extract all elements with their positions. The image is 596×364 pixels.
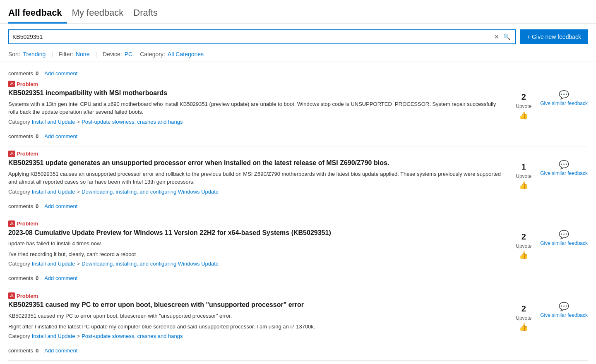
comments-label-3: comments	[8, 275, 33, 281]
subcat-link-2[interactable]: Downloading, installing, and configuring…	[82, 189, 219, 195]
cat-link-3[interactable]: Install and Update	[32, 261, 75, 267]
feedback-body-4b: Right after I installed the latest PC up…	[8, 323, 507, 331]
cat-arrow-2: >	[77, 189, 80, 195]
cat-link-4[interactable]: Install and Update	[32, 333, 75, 339]
problem-icon-1: ⚠	[8, 81, 15, 87]
feedback-category-3: Category Install and Update > Downloadin…	[8, 261, 507, 267]
add-comment-2[interactable]: Add comment	[44, 203, 77, 209]
comments-count-3: 0	[36, 275, 38, 281]
feedback-body-1: Systems with a 13th gen Intel CPU and a …	[8, 100, 507, 116]
sort-label: Sort:	[8, 51, 21, 57]
feedback-item-1: ⚠ Problem KB5029351 incompatibility with…	[8, 80, 588, 146]
give-similar-text-3: Give similar feedback	[540, 240, 588, 247]
content-area: comments 0 Add comment ⚠ Problem KB50293…	[0, 65, 596, 361]
upvote-count-1: 2	[522, 92, 526, 102]
feedback-title-4: KB5029351 caused my PC to error upon boo…	[8, 301, 507, 309]
feedback-actions-1: 2 Upvote 👍	[507, 80, 540, 120]
top-comments-count: 0	[36, 70, 38, 77]
filter-label: Filter:	[59, 51, 73, 57]
problem-badge-4: ⚠ Problem	[8, 292, 38, 299]
search-input[interactable]	[12, 34, 492, 40]
subcat-link-3[interactable]: Downloading, installing, and configuring…	[82, 261, 219, 267]
give-similar-btn-1[interactable]: 💬 Give similar feedback	[540, 80, 588, 107]
search-icon[interactable]: 🔍	[502, 34, 512, 40]
upvote-count-2: 1	[522, 162, 526, 172]
feedback-category-4: Category Install and Update > Post-updat…	[8, 333, 507, 339]
give-similar-icon-1: 💬	[559, 90, 569, 100]
cat-arrow-3: >	[77, 261, 80, 267]
problem-label-4: Problem	[17, 293, 38, 299]
feedback-item-2: ⚠ Problem KB5029351 update generates an …	[8, 146, 588, 216]
comments-label-4: comments	[8, 347, 33, 354]
filter-value[interactable]: None	[76, 51, 89, 57]
comments-row-4: comments 0 Add comment	[8, 342, 507, 357]
upvote-label-4: Upvote	[516, 315, 531, 321]
upvote-btn-1[interactable]: 👍	[519, 111, 528, 120]
feedback-row-4: ⚠ Problem KB5029351 caused my PC to erro…	[8, 292, 588, 357]
category-value[interactable]: All Categories	[168, 51, 204, 57]
filter-row: Sort: Trending | Filter: None | Device: …	[0, 48, 596, 62]
tab-my-feedback[interactable]: My feedback	[67, 7, 129, 24]
feedback-main-3: ⚠ Problem 2023-08 Cumulative Update Prev…	[8, 220, 507, 285]
device-value[interactable]: PC	[125, 51, 132, 57]
give-similar-icon-2: 💬	[559, 160, 569, 170]
add-comment-1[interactable]: Add comment	[44, 133, 77, 139]
problem-badge-1: ⚠ Problem	[8, 81, 38, 87]
give-similar-btn-4[interactable]: 💬 Give similar feedback	[540, 292, 588, 319]
upvote-btn-2[interactable]: 👍	[519, 181, 528, 190]
feedback-row-2: ⚠ Problem KB5029351 update generates an …	[8, 150, 588, 213]
tab-all-feedback[interactable]: All feedback	[8, 7, 67, 24]
give-similar-text-4: Give similar feedback	[540, 312, 588, 319]
feedback-row-1: ⚠ Problem KB5029351 incompatibility with…	[8, 80, 588, 143]
comments-row-3: comments 0 Add comment	[8, 270, 507, 285]
give-new-feedback-button[interactable]: + Give new feedback	[520, 29, 588, 44]
comments-count-4: 0	[36, 347, 38, 354]
clear-icon[interactable]: ✕	[492, 34, 502, 40]
comments-label-2: comments	[8, 203, 33, 209]
subcat-link-1[interactable]: Post-update slowness, crashes and hangs	[82, 119, 183, 125]
filter-sep-1: |	[51, 51, 53, 57]
problem-icon-4: ⚠	[8, 292, 15, 299]
upvote-label-3: Upvote	[516, 243, 531, 249]
comments-row-2: comments 0 Add comment	[8, 198, 507, 213]
feedback-title-1: KB5029351 incompatibility with MSI mothe…	[8, 89, 507, 98]
feedback-body-3b: I've tried recording it but, clearly, ca…	[8, 250, 507, 259]
top-add-comment[interactable]: Add comment	[44, 70, 77, 77]
cat-link-2[interactable]: Install and Update	[32, 189, 75, 195]
device-label: Device:	[103, 51, 122, 57]
feedback-item-3: ⚠ Problem 2023-08 Cumulative Update Prev…	[8, 216, 588, 289]
problem-badge-2: ⚠ Problem	[8, 151, 38, 157]
page-wrapper: All feedback My feedback Drafts ✕ 🔍 + Gi…	[0, 0, 596, 364]
add-comment-3[interactable]: Add comment	[44, 275, 77, 281]
sort-value[interactable]: Trending	[23, 51, 46, 57]
feedback-body-3a: update has failed to install 4 times now…	[8, 239, 507, 248]
problem-label-3: Problem	[17, 220, 38, 227]
feedback-category-1: Category Install and Update > Post-updat…	[8, 119, 507, 125]
top-comments-label: comments	[8, 70, 33, 77]
problem-label-1: Problem	[17, 81, 38, 87]
give-similar-icon-4: 💬	[559, 302, 569, 311]
subcat-link-4[interactable]: Post-update slowness, crashes and hangs	[82, 333, 183, 339]
upvote-btn-4[interactable]: 👍	[519, 323, 528, 332]
search-box: ✕ 🔍	[8, 29, 516, 44]
search-bar-row: ✕ 🔍 + Give new feedback	[0, 24, 596, 48]
comments-count-1: 0	[36, 133, 38, 139]
tab-drafts[interactable]: Drafts	[128, 7, 163, 24]
upvote-count-4: 2	[522, 304, 526, 314]
feedback-main-4: ⚠ Problem KB5029351 caused my PC to erro…	[8, 292, 507, 357]
cat-arrow-4: >	[77, 333, 80, 339]
give-similar-icon-3: 💬	[559, 230, 569, 239]
feedback-title-3: 2023-08 Cumulative Update Preview for Wi…	[8, 229, 507, 237]
problem-label-2: Problem	[17, 151, 38, 157]
tabs-bar: All feedback My feedback Drafts	[0, 0, 596, 24]
give-similar-text-2: Give similar feedback	[540, 170, 588, 177]
upvote-btn-3[interactable]: 👍	[519, 251, 528, 260]
feedback-title-2: KB5029351 update generates an unsupporte…	[8, 159, 507, 168]
give-similar-btn-3[interactable]: 💬 Give similar feedback	[540, 220, 588, 247]
give-similar-btn-2[interactable]: 💬 Give similar feedback	[540, 150, 588, 177]
feedback-category-2: Category Install and Update > Downloadin…	[8, 189, 507, 195]
feedback-row-3: ⚠ Problem 2023-08 Cumulative Update Prev…	[8, 220, 588, 285]
cat-link-1[interactable]: Install and Update	[32, 119, 75, 125]
upvote-label-1: Upvote	[516, 103, 531, 109]
add-comment-4[interactable]: Add comment	[44, 347, 77, 354]
